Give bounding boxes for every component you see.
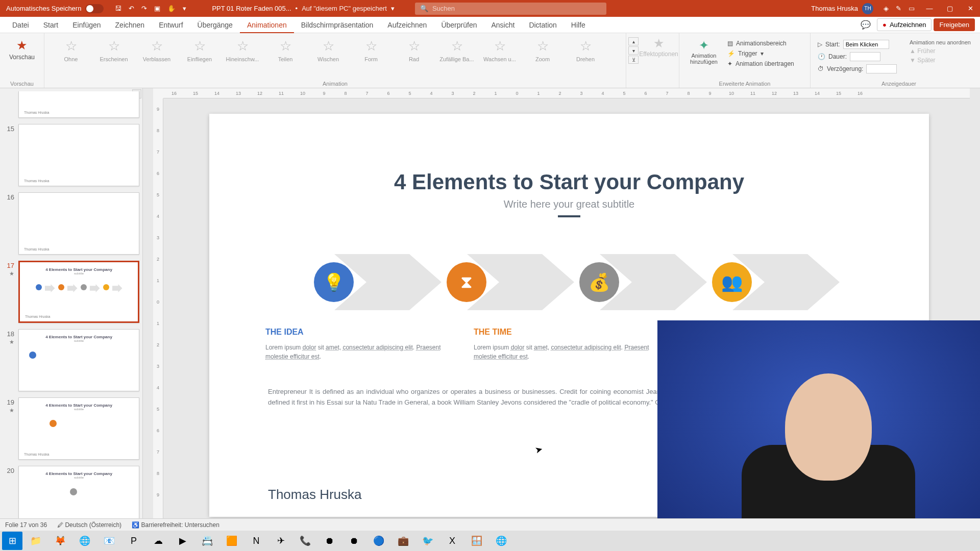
language-indicator[interactable]: 🖉 Deutsch (Österreich) bbox=[57, 521, 121, 529]
tab-dictation[interactable]: Dictation bbox=[522, 18, 564, 32]
tab-zeichnen[interactable]: Zeichnen bbox=[108, 18, 152, 32]
tab-hilfe[interactable]: Hilfe bbox=[564, 18, 593, 32]
comments-button[interactable]: 💬 bbox=[856, 18, 875, 32]
author-name[interactable]: Thomas Hruska bbox=[268, 487, 362, 503]
window-icon[interactable]: ▭ bbox=[909, 5, 915, 12]
anim-teilen[interactable]: ☆Teilen bbox=[267, 38, 304, 62]
tab-animationen[interactable]: Animationen bbox=[240, 18, 294, 33]
user-account[interactable]: Thomas Hruska TH bbox=[806, 3, 878, 14]
accessibility-button[interactable]: ♿ Barrierefreiheit: Untersuchen bbox=[132, 521, 219, 529]
thumb-slide-18[interactable]: 18★4 Elements to Start your Companysubti… bbox=[3, 329, 139, 391]
taskbar-app-9[interactable]: 🟧 bbox=[220, 532, 243, 550]
close-button[interactable]: ✕ bbox=[961, 0, 980, 17]
anim-zoom[interactable]: ☆Zoom bbox=[524, 38, 561, 62]
window-controls: — ▢ ✕ bbox=[920, 0, 980, 17]
anim-wachsen-u-[interactable]: ☆Wachsen u... bbox=[481, 38, 518, 62]
taskbar-app-17[interactable]: 🐦 bbox=[416, 532, 439, 550]
tab-übergänge[interactable]: Übergänge bbox=[190, 18, 240, 32]
taskbar-app-8[interactable]: 📇 bbox=[196, 532, 218, 550]
start-select[interactable] bbox=[843, 40, 889, 49]
undo-icon[interactable]: ↶ bbox=[129, 5, 134, 12]
record-button[interactable]: Aufzeichnen bbox=[877, 18, 932, 31]
thumb-slide-19[interactable]: 19★4 Elements to Start your Companysubti… bbox=[3, 397, 139, 460]
qat-more-icon[interactable]: ▾ bbox=[183, 5, 186, 12]
autosave-toggle[interactable]: Automatisches Speichern bbox=[0, 4, 110, 13]
tab-einfügen[interactable]: Einfügen bbox=[65, 18, 108, 32]
anim-drehen[interactable]: ☆Drehen bbox=[567, 38, 604, 62]
arrow-diagram[interactable]: 💡 ⧗ 💰 👥 bbox=[209, 254, 929, 310]
column-the-idea[interactable]: THE IDEALorem ipsum dolor sit amet, cons… bbox=[265, 328, 456, 361]
chevron-down-icon[interactable]: ▾ bbox=[391, 5, 395, 12]
animation-pane-button[interactable]: ▤Animationsbereich bbox=[727, 38, 803, 48]
gallery-more-icon[interactable]: ⊻ bbox=[628, 56, 639, 64]
tab-ansicht[interactable]: Ansicht bbox=[484, 18, 522, 32]
tab-start[interactable]: Start bbox=[36, 18, 66, 32]
maximize-button[interactable]: ▢ bbox=[940, 0, 960, 17]
taskbar-app-1[interactable]: 📁 bbox=[24, 532, 47, 550]
slide-subtitle[interactable]: Write here your great subtitle bbox=[209, 198, 929, 210]
column-the-time[interactable]: THE TIMELorem ipsum dolor sit amet, cons… bbox=[474, 328, 665, 361]
taskbar-app-6[interactable]: ☁ bbox=[147, 532, 169, 550]
taskbar-app-7[interactable]: ▶ bbox=[172, 532, 194, 550]
anim-form[interactable]: ☆Form bbox=[353, 38, 389, 62]
taskbar-app-20[interactable]: 🌐 bbox=[490, 532, 512, 550]
anim-ohne[interactable]: ☆Ohne bbox=[53, 38, 89, 62]
taskbar-app-3[interactable]: 🌐 bbox=[74, 532, 96, 550]
scroll-up-icon[interactable]: ▴ bbox=[628, 37, 639, 45]
save-icon[interactable]: 🖫 bbox=[115, 5, 121, 12]
tab-bildschirmpräsentation[interactable]: Bildschirmpräsentation bbox=[294, 18, 381, 32]
delay-input[interactable] bbox=[866, 64, 897, 73]
taskbar-app-13[interactable]: ⏺ bbox=[318, 532, 341, 550]
taskbar-app-14[interactable]: ⏺ bbox=[343, 532, 365, 550]
pen-icon[interactable]: ✎ bbox=[896, 5, 901, 12]
people-icon: 👥 bbox=[712, 262, 752, 302]
search-input[interactable] bbox=[432, 5, 601, 12]
move-later-button[interactable]: ▼ Später bbox=[910, 56, 980, 65]
toggle-icon[interactable] bbox=[85, 4, 104, 13]
present-icon[interactable]: ▣ bbox=[154, 5, 160, 12]
tab-aufzeichnen[interactable]: Aufzeichnen bbox=[380, 18, 434, 32]
animation-painter-button[interactable]: ✦Animation übertragen bbox=[727, 59, 803, 69]
taskbar-app-16[interactable]: 💼 bbox=[392, 532, 414, 550]
anim-wischen[interactable]: ☆Wischen bbox=[310, 38, 347, 62]
add-animation-button[interactable]: ✦ Animation hinzufügen bbox=[683, 35, 724, 72]
taskbar-app-0[interactable]: ⊞ bbox=[2, 532, 22, 550]
taskbar-app-18[interactable]: X bbox=[441, 532, 463, 550]
tab-datei[interactable]: Datei bbox=[5, 18, 36, 32]
taskbar-app-4[interactable]: 📧 bbox=[98, 532, 120, 550]
document-name[interactable]: PPT 01 Roter Faden 005... • Auf "diesem … bbox=[212, 5, 394, 12]
slide-counter[interactable]: Folie 17 von 36 bbox=[5, 521, 47, 529]
taskbar-app-11[interactable]: ✈ bbox=[270, 532, 292, 550]
touch-icon[interactable]: ✋ bbox=[167, 5, 176, 12]
tab-entwurf[interactable]: Entwurf bbox=[152, 18, 190, 32]
trigger-button[interactable]: ⚡Trigger▾ bbox=[727, 48, 803, 59]
slide-thumbnails[interactable]: ▴ ▾ Thomas Hruska15Thomas Hruska16Thomas… bbox=[0, 88, 143, 539]
anim-zuf-llige-ba-[interactable]: ☆Zufällige Ba... bbox=[438, 38, 475, 62]
thumb-slide-16[interactable]: 16Thomas Hruska bbox=[3, 192, 139, 255]
duration-input[interactable] bbox=[850, 52, 880, 61]
redo-icon[interactable]: ↷ bbox=[141, 5, 147, 12]
taskbar-app-10[interactable]: N bbox=[245, 532, 267, 550]
taskbar-app-15[interactable]: 🔵 bbox=[368, 532, 390, 550]
search-box[interactable]: 🔍 bbox=[415, 3, 606, 15]
anim-verblassen[interactable]: ☆Verblassen bbox=[138, 38, 175, 62]
move-earlier-button[interactable]: ▲ Früher bbox=[910, 46, 980, 56]
slide-title[interactable]: 4 Elements to Start your Company bbox=[209, 114, 929, 194]
diamond-icon[interactable]: ◈ bbox=[884, 5, 889, 12]
anim-rad[interactable]: ☆Rad bbox=[396, 38, 432, 62]
minimize-button[interactable]: — bbox=[920, 0, 939, 17]
taskbar-app-5[interactable]: P bbox=[122, 532, 145, 550]
ribbon: ★ Vorschau Vorschau ☆Ohne☆Erscheinen☆Ver… bbox=[0, 33, 980, 88]
thumb-slide-17[interactable]: 17★4 Elements to Start your Companysubti… bbox=[3, 261, 139, 323]
taskbar-app-2[interactable]: 🦊 bbox=[49, 532, 71, 550]
anim-einfliegen[interactable]: ☆Einfliegen bbox=[181, 38, 218, 62]
preview-button[interactable]: ★ Vorschau bbox=[4, 35, 40, 61]
scroll-down-icon[interactable]: ▾ bbox=[628, 46, 639, 55]
thumb-slide-15[interactable]: 15Thomas Hruska bbox=[3, 124, 139, 186]
anim-hineinschw-[interactable]: ☆Hineinschw... bbox=[224, 38, 261, 62]
taskbar-app-19[interactable]: 🪟 bbox=[465, 532, 488, 550]
taskbar-app-12[interactable]: 📞 bbox=[294, 532, 316, 550]
tab-überprüfen[interactable]: Überprüfen bbox=[434, 18, 484, 32]
share-button[interactable]: Freigeben bbox=[934, 18, 975, 31]
anim-erscheinen[interactable]: ☆Erscheinen bbox=[95, 38, 132, 62]
